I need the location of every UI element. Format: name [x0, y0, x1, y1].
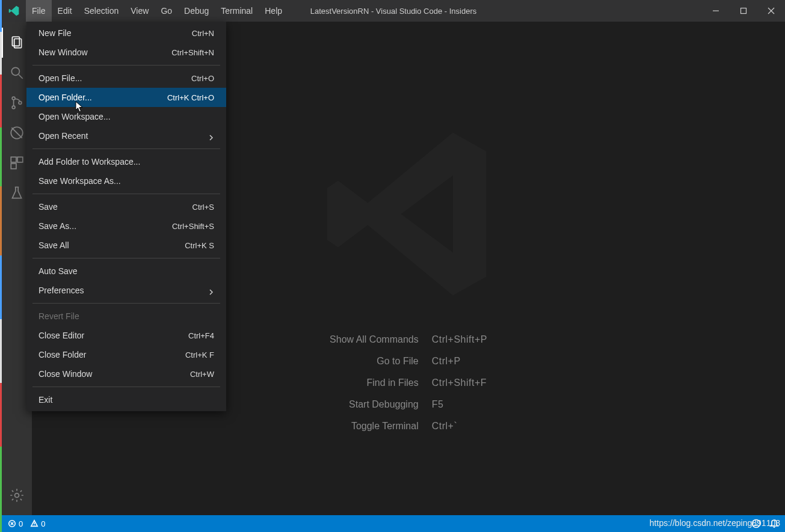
menu-separator: [32, 258, 220, 258]
file-menu-item[interactable]: Open File...Ctrl+O: [26, 69, 226, 88]
status-warnings[interactable]: 0: [30, 519, 45, 528]
menu-item-label: Close Editor: [38, 331, 84, 340]
hint-keybinding: Ctrl+Shift+F: [432, 378, 487, 388]
watermark-url: https://blog.csdn.net/zeping891103: [650, 518, 780, 528]
svg-line-7: [19, 75, 23, 79]
window-title: LatestVersionRN - Visual Studio Code - I…: [310, 7, 477, 16]
file-menu-item[interactable]: Open Recent: [26, 126, 226, 145]
menu-label: View: [131, 6, 149, 16]
menu-go[interactable]: Go: [155, 0, 178, 22]
menu-label: Terminal: [221, 6, 253, 16]
menu-item-label: New Window: [38, 47, 88, 57]
menu-item-label: Open File...: [38, 73, 82, 83]
menu-view[interactable]: View: [125, 0, 155, 22]
menu-item-label: New File: [38, 28, 71, 38]
menu-item-accelerator: Ctrl+F4: [188, 331, 214, 340]
file-menu-item[interactable]: SaveCtrl+S: [26, 197, 226, 216]
file-menu-item[interactable]: Open Workspace...: [26, 107, 226, 126]
mouse-cursor-icon: [75, 101, 84, 113]
error-icon: [8, 519, 16, 528]
svg-rect-12: [11, 157, 16, 162]
hint-label: Find in Files: [330, 378, 419, 388]
file-menu-item[interactable]: Auto Save: [26, 261, 226, 281]
window-controls: [702, 0, 785, 22]
menu-selection[interactable]: Selection: [78, 0, 125, 22]
svg-point-9: [12, 106, 15, 109]
svg-rect-1: [741, 8, 747, 14]
chevron-right-icon: [208, 133, 214, 139]
menu-item-label: Save: [38, 202, 58, 212]
menu-item-label: Open Workspace...: [38, 112, 111, 121]
hint-keybinding: Ctrl+P: [432, 356, 487, 367]
menu-item-accelerator: Ctrl+Shift+S: [172, 222, 214, 231]
menu-item-label: Revert File: [38, 311, 79, 321]
svg-rect-4: [12, 37, 19, 46]
menu-item-accelerator: Ctrl+W: [190, 370, 214, 379]
file-menu-item[interactable]: Save As...Ctrl+Shift+S: [26, 216, 226, 236]
svg-point-15: [15, 494, 19, 498]
svg-point-10: [19, 102, 22, 105]
menu-label: Go: [161, 6, 172, 16]
file-menu-item[interactable]: Add Folder to Workspace...: [26, 152, 226, 171]
menu-item-label: Auto Save: [38, 266, 78, 276]
status-errors-count: 0: [19, 519, 23, 528]
file-menu-item: Revert File: [26, 307, 226, 326]
menu-separator: [32, 148, 220, 149]
window-close-button[interactable]: [757, 0, 785, 22]
menu-terminal[interactable]: Terminal: [215, 0, 259, 22]
menu-edit[interactable]: Edit: [52, 0, 78, 22]
svg-point-6: [11, 67, 19, 75]
menu-label: Help: [265, 6, 282, 16]
menu-bar: File Edit Selection View Go Debug Termin…: [26, 0, 288, 22]
hint-keybinding: Ctrl+Shift+P: [432, 334, 487, 345]
menu-item-label: Close Folder: [38, 350, 86, 359]
hint-label: Toggle Terminal: [330, 421, 419, 432]
menu-help[interactable]: Help: [259, 0, 288, 22]
file-menu-item[interactable]: Close EditorCtrl+F4: [26, 326, 226, 345]
status-errors[interactable]: 0: [8, 519, 23, 528]
welcome-hints: Show All Commands Ctrl+Shift+P Go to Fil…: [330, 334, 487, 432]
title-bar: File Edit Selection View Go Debug Termin…: [2, 0, 785, 22]
menu-separator: [32, 194, 220, 194]
hint-keybinding: Ctrl+`: [432, 421, 487, 432]
menu-item-accelerator: Ctrl+K F: [185, 350, 214, 359]
menu-file[interactable]: File: [26, 0, 52, 22]
file-menu-item[interactable]: Save Workspace As...: [26, 171, 226, 191]
chevron-right-icon: [208, 287, 214, 293]
activity-settings-icon[interactable]: [2, 480, 32, 510]
menu-separator: [32, 65, 220, 66]
menu-item-label: Add Folder to Workspace...: [38, 157, 140, 167]
window-minimize-button[interactable]: [702, 0, 730, 22]
vscode-insiders-logo-icon: [2, 5, 26, 17]
menu-debug[interactable]: Debug: [178, 0, 215, 22]
file-menu-item[interactable]: Open Folder...Ctrl+K Ctrl+O: [26, 88, 226, 107]
file-menu-item[interactable]: Close WindowCtrl+W: [26, 364, 226, 384]
menu-item-accelerator: Ctrl+N: [192, 29, 214, 38]
file-menu-item[interactable]: New WindowCtrl+Shift+N: [26, 43, 226, 62]
menu-item-label: Open Folder...: [38, 93, 92, 102]
menu-item-accelerator: Ctrl+O: [191, 74, 214, 83]
file-menu-item[interactable]: Exit: [26, 390, 226, 409]
svg-point-20: [34, 525, 35, 525]
file-menu-item[interactable]: Save AllCtrl+K S: [26, 236, 226, 255]
file-menu-item[interactable]: Preferences: [26, 281, 226, 300]
menu-item-accelerator: Ctrl+Shift+N: [171, 48, 214, 57]
menu-separator: [32, 387, 220, 387]
menu-item-label: Close Window: [38, 369, 92, 379]
menu-item-label: Preferences: [38, 286, 84, 295]
menu-item-label: Save As...: [38, 221, 76, 231]
svg-rect-14: [11, 164, 16, 169]
menu-label: Edit: [58, 6, 72, 16]
vscode-watermark-logo-icon: [312, 118, 505, 313]
window-maximize-button[interactable]: [730, 0, 757, 22]
menu-label: Selection: [84, 6, 119, 16]
svg-point-8: [12, 97, 15, 100]
svg-rect-13: [17, 157, 23, 162]
file-menu-item[interactable]: Close FolderCtrl+K F: [26, 345, 226, 364]
file-menu-item[interactable]: New FileCtrl+N: [26, 23, 226, 43]
hint-label: Go to File: [330, 356, 419, 367]
menu-item-label: Save Workspace As...: [38, 176, 121, 186]
menu-item-label: Save All: [38, 240, 69, 250]
hint-label: Show All Commands: [330, 334, 419, 345]
hint-keybinding: F5: [432, 399, 487, 410]
